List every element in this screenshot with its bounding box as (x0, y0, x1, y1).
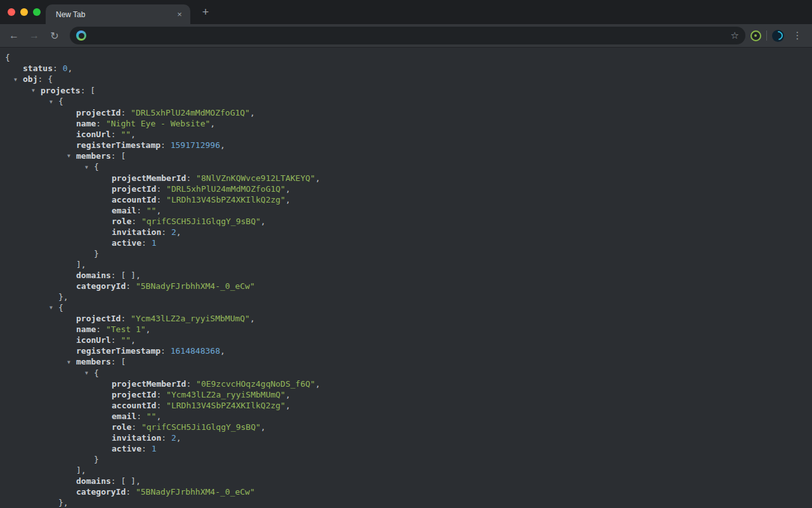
tab-close-icon[interactable]: × (174, 9, 185, 20)
json-key: projectMemberId (112, 379, 186, 389)
json-key: members (76, 151, 111, 161)
json-punct: : (136, 411, 147, 421)
json-key: email (112, 206, 136, 215)
json-string: "" (121, 130, 131, 139)
json-punct: : (111, 335, 121, 345)
json-key: active (112, 444, 141, 453)
json-number: 2 (171, 433, 176, 443)
json-string: "LRDh13V4SbPZ4XKIlkQ2zg" (166, 401, 285, 410)
json-punct: : (131, 217, 141, 226)
json-key: email (112, 411, 136, 421)
json-line: ▼projects: [ (0, 85, 812, 97)
json-punct: : (161, 227, 171, 237)
json-punct: : [ (111, 151, 126, 161)
json-key: projectMemberId (112, 173, 186, 183)
browser-tab-new-tab[interactable]: New Tab × (46, 4, 190, 24)
json-line: categoryId: "5BNadyFJrbhhXM4-_0_eCw" (0, 281, 812, 291)
json-line: role: "qrifCSCH5Ji1GlqgY_9sBQ", (0, 216, 812, 227)
json-line: email: "", (0, 411, 812, 422)
json-line: ▼{ (0, 161, 812, 173)
extension-icon-green[interactable] (750, 30, 761, 41)
json-punct: : [ (111, 357, 126, 366)
json-punct: , (220, 346, 225, 356)
json-key: role (112, 217, 131, 226)
extension-icon-teal[interactable] (772, 30, 784, 42)
json-line: categoryId: "5BNadyFJrbhhXM4-_0_eCw" (0, 486, 812, 497)
collapse-toggle-icon[interactable]: ▼ (32, 85, 41, 96)
browser-menu-icon[interactable]: ⋮ (789, 30, 806, 41)
json-line: iconUrl: "", (0, 129, 812, 140)
json-punct: , (156, 206, 161, 215)
json-punct: , (210, 119, 215, 128)
json-punct: : (111, 130, 121, 139)
json-line: domains: [ ], (0, 270, 812, 281)
json-string: "0E9zcvcHOqz4gqNoDS_f6Q" (196, 379, 315, 389)
json-string: "5BNadyFJrbhhXM4-_0_eCw" (136, 281, 255, 291)
json-key: projects (41, 86, 81, 95)
json-key: projectId (112, 390, 156, 399)
json-punct: : [ ], (111, 476, 141, 486)
json-punct: , (250, 314, 255, 323)
json-key: name (76, 119, 96, 128)
json-punct: , (285, 195, 291, 204)
json-punct: : (131, 422, 141, 432)
collapse-toggle-icon[interactable]: ▼ (85, 162, 94, 173)
json-punct: , (131, 335, 136, 345)
collapse-toggle-icon[interactable]: ▼ (14, 74, 23, 85)
navigation-toolbar: ← → ↻ ☆ ⋮ (0, 24, 812, 48)
json-number: 2 (171, 227, 176, 237)
zoom-window-button[interactable] (33, 8, 41, 16)
json-viewer: {status: 0,▼obj: {▼projects: [▼{projectI… (0, 48, 812, 508)
json-punct: : (121, 108, 131, 117)
json-punct: , (315, 379, 320, 389)
collapse-toggle-icon[interactable]: ▼ (67, 357, 76, 368)
json-punct: { (94, 368, 99, 378)
json-key: name (76, 324, 96, 334)
json-number: 1 (152, 238, 157, 248)
json-key: projectId (112, 184, 156, 194)
json-punct: : (96, 119, 106, 128)
json-key: registerTimestamp (76, 140, 160, 150)
json-line: ], (0, 465, 812, 476)
json-punct: , (250, 108, 255, 117)
json-punct: , (285, 184, 291, 194)
json-line: name: "Night Eye - Website", (0, 118, 812, 129)
json-line: ▼{ (0, 368, 812, 379)
json-line: projectMemberId: "8NlVZnKQWvce912LTAKEYQ… (0, 173, 812, 184)
address-input[interactable] (91, 31, 726, 41)
json-punct: , (285, 390, 291, 399)
json-key: active (112, 238, 141, 248)
json-string: "" (147, 411, 157, 421)
omnibox[interactable]: ☆ (70, 27, 745, 44)
collapse-toggle-icon[interactable]: ▼ (67, 150, 76, 161)
json-key: invitation (112, 433, 161, 443)
back-button[interactable]: ← (4, 26, 23, 45)
json-punct: { (58, 97, 63, 106)
json-punct: } (94, 455, 99, 464)
forward-button[interactable]: → (25, 26, 44, 45)
page-favicon-icon (76, 30, 86, 41)
new-tab-button[interactable]: + (197, 4, 214, 22)
json-line: ▼members: [ (0, 356, 812, 368)
json-string: "Ycm43lLZ2a_ryyiSMbMUmQ" (131, 314, 250, 323)
json-line: }, (0, 291, 812, 302)
reload-button[interactable]: ↻ (45, 26, 64, 45)
json-key: categoryId (76, 487, 126, 497)
close-window-button[interactable] (8, 8, 15, 16)
collapse-toggle-icon[interactable]: ▼ (85, 368, 94, 378)
json-key: obj (23, 74, 37, 84)
collapse-toggle-icon[interactable]: ▼ (49, 97, 58, 107)
collapse-toggle-icon[interactable]: ▼ (49, 302, 58, 313)
json-line: registerTimestamp: 1614848368, (0, 345, 812, 356)
bookmark-star-icon[interactable]: ☆ (731, 30, 739, 41)
json-key: domains (76, 271, 111, 280)
json-punct: , (315, 173, 320, 183)
json-punct: : (156, 195, 166, 204)
json-punct: : (186, 173, 196, 183)
minimize-window-button[interactable] (20, 8, 28, 16)
json-string: "" (147, 206, 157, 215)
json-line: } (0, 454, 812, 465)
json-punct: { (5, 53, 10, 62)
json-punct: : (126, 487, 136, 497)
json-punct: }, (58, 292, 69, 302)
